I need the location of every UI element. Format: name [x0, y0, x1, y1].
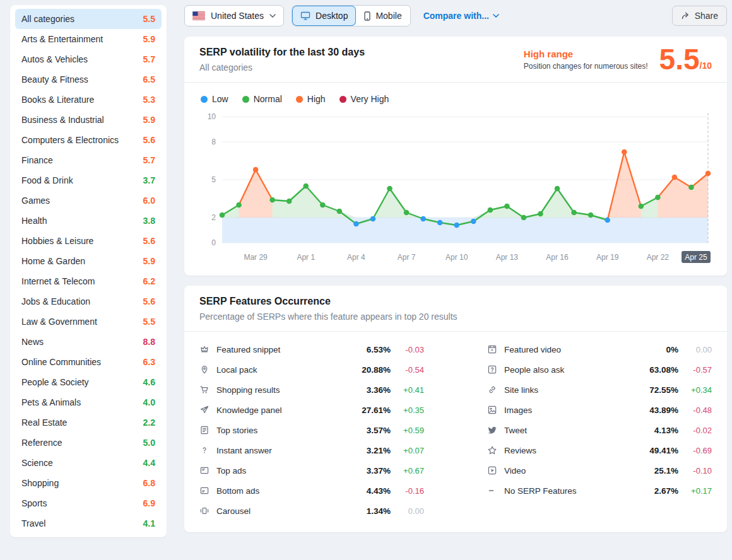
- serp-feature-row[interactable]: No SERP Features2.67%+0.17: [487, 481, 712, 501]
- mobile-toggle[interactable]: Mobile: [356, 6, 410, 26]
- sidebar-item[interactable]: Arts & Entertainment5.9: [15, 29, 162, 49]
- category-label: Sports: [21, 498, 47, 508]
- feature-label: Site links: [504, 385, 637, 395]
- serp-feature-row[interactable]: Featured video0%0.00: [487, 339, 712, 359]
- sidebar-item[interactable]: Science4.4: [15, 453, 162, 473]
- sidebar-item[interactable]: Business & Industrial5.9: [15, 110, 162, 130]
- legend-item: Normal: [242, 94, 282, 104]
- country-label: United States: [211, 11, 264, 21]
- feature-value: 20.88%: [357, 365, 391, 375]
- serp-feature-row[interactable]: Featured snippet6.53%-0.03: [199, 339, 424, 359]
- sidebar-item[interactable]: People & Society4.6: [15, 372, 162, 392]
- chevron-down-icon: [269, 14, 276, 18]
- sidebar-item[interactable]: Health3.8: [15, 211, 162, 231]
- category-label: Health: [21, 216, 47, 226]
- mobile-icon: [364, 11, 370, 21]
- links-icon: [487, 385, 497, 395]
- sidebar-item[interactable]: Finance5.7: [15, 150, 162, 170]
- category-score: 4.6: [143, 377, 155, 387]
- legend-item: High: [296, 94, 326, 104]
- main-content: United States Desktop Mobile: [184, 5, 727, 555]
- sidebar-item[interactable]: Beauty & Fitness6.5: [15, 69, 162, 90]
- feature-change: 0.00: [685, 345, 712, 354]
- sidebar-item[interactable]: Computers & Electronics5.6: [15, 130, 162, 150]
- desktop-toggle[interactable]: Desktop: [292, 6, 356, 26]
- serp-feature-row[interactable]: Knowledge panel27.61%+0.35: [199, 400, 424, 420]
- sidebar-item[interactable]: News8.8: [15, 332, 162, 352]
- sidebar-item[interactable]: Internet & Telecom6.2: [15, 271, 162, 291]
- sidebar-item[interactable]: Real Estate2.2: [15, 412, 162, 433]
- sidebar-item[interactable]: Hobbies & Leisure5.6: [15, 231, 162, 251]
- sidebar-item[interactable]: Law & Government5.5: [15, 312, 162, 332]
- featured-video-icon: [487, 344, 497, 354]
- svg-text:Apr 13: Apr 13: [496, 253, 519, 262]
- serp-feature-row[interactable]: Shopping results3.36%+0.41: [199, 380, 424, 400]
- serp-feature-row[interactable]: Site links72.55%+0.34: [487, 380, 712, 400]
- sidebar-item[interactable]: Pets & Animals4.0: [15, 392, 162, 412]
- svg-text:Apr 19: Apr 19: [596, 253, 619, 262]
- sidebar-item[interactable]: Games6.0: [15, 190, 162, 211]
- category-score: 5.6: [143, 236, 155, 246]
- category-label: Science: [21, 458, 53, 468]
- feature-change: -0.16: [398, 486, 424, 496]
- category-label: Beauty & Fitness: [21, 74, 88, 85]
- category-label: Internet & Telecom: [21, 276, 95, 286]
- star-icon: [487, 445, 497, 455]
- ad-bottom-icon: [199, 486, 210, 496]
- sidebar-item[interactable]: Online Communities6.3: [15, 352, 162, 372]
- category-label: Autos & Vehicles: [21, 54, 88, 64]
- category-score: 6.8: [143, 478, 155, 488]
- share-button[interactable]: Share: [672, 6, 727, 26]
- sidebar-item[interactable]: Shopping6.8: [15, 473, 162, 493]
- serp-feature-row[interactable]: Top stories3.57%+0.59: [199, 420, 424, 440]
- category-score: 4.4: [143, 458, 155, 468]
- feature-value: 4.43%: [357, 486, 391, 496]
- desktop-icon: [300, 11, 310, 20]
- category-score: 4.0: [143, 397, 155, 407]
- sidebar-item[interactable]: Reference5.0: [15, 433, 162, 453]
- volatility-chart[interactable]: 025810Mar 29Apr 1Apr 4Apr 7Apr 10Apr 13A…: [191, 109, 718, 268]
- sidebar-item[interactable]: Autos & Vehicles5.7: [15, 49, 162, 69]
- sidebar-item[interactable]: Jobs & Education5.6: [15, 291, 162, 312]
- feature-value: 3.57%: [357, 426, 391, 435]
- serp-feature-row[interactable]: Images43.89%-0.48: [487, 400, 712, 420]
- feature-label: People also ask: [504, 365, 637, 375]
- category-label: People & Society: [21, 377, 89, 387]
- category-score: 5.5: [143, 317, 155, 327]
- feature-label: Video: [504, 466, 637, 475]
- category-score: 2.2: [143, 417, 155, 428]
- serp-features-header: SERP Features Occurrence Percentage of S…: [184, 286, 727, 332]
- serp-feature-row[interactable]: Local pack20.88%-0.54: [199, 359, 424, 380]
- svg-text:Apr 7: Apr 7: [398, 253, 416, 262]
- feature-label: Reviews: [504, 446, 637, 455]
- category-label: Home & Garden: [21, 256, 85, 266]
- country-selector[interactable]: United States: [184, 5, 284, 26]
- sidebar-item[interactable]: Travel4.1: [15, 513, 162, 534]
- category-label: Law & Government: [21, 317, 97, 327]
- legend-item: Low: [201, 94, 228, 104]
- sidebar-item[interactable]: Home & Garden5.9: [15, 251, 162, 271]
- serp-feature-row[interactable]: Video25.1%-0.10: [487, 460, 712, 481]
- serp-feature-row[interactable]: Instant answer3.21%+0.07: [199, 440, 424, 460]
- serp-feature-row[interactable]: Reviews49.41%-0.69: [487, 440, 712, 460]
- category-score: 3.8: [143, 216, 155, 226]
- sidebar-item[interactable]: Sports6.9: [15, 493, 162, 513]
- category-score: 5.6: [143, 135, 155, 145]
- category-score: 5.7: [143, 54, 155, 64]
- serp-feature-row[interactable]: People also ask63.08%-0.57: [487, 359, 712, 380]
- feature-label: Featured video: [504, 345, 637, 354]
- feature-change: -0.57: [685, 365, 712, 375]
- svg-text:8: 8: [211, 137, 216, 146]
- serp-feature-row[interactable]: Carousel1.34%0.00: [199, 501, 424, 521]
- svg-text:Apr 16: Apr 16: [546, 253, 569, 262]
- sidebar-item[interactable]: All categories5.5: [15, 9, 162, 29]
- sidebar-item[interactable]: Food & Drink3.7: [15, 170, 162, 190]
- serp-feature-row[interactable]: Tweet4.13%-0.02: [487, 420, 712, 440]
- feature-label: Instant answer: [216, 446, 350, 455]
- feature-change: 0.00: [398, 506, 424, 516]
- serp-feature-row[interactable]: Bottom ads4.43%-0.16: [199, 481, 424, 501]
- category-label: Arts & Entertainment: [21, 34, 103, 44]
- sidebar-item[interactable]: Books & Literature5.3: [15, 90, 162, 110]
- serp-feature-row[interactable]: Top ads3.37%+0.67: [199, 460, 424, 481]
- compare-with-link[interactable]: Compare with...: [423, 11, 499, 21]
